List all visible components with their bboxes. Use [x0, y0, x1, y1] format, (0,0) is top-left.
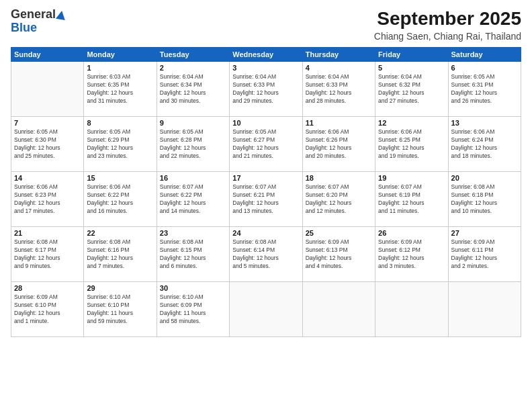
day-number: 7 — [14, 119, 81, 127]
table-row — [11, 62, 84, 117]
day-number: 17 — [232, 174, 299, 182]
logo-blue-text: Blue — [11, 21, 37, 34]
table-row — [302, 282, 375, 337]
table-row: 14Sunrise: 6:06 AM Sunset: 6:23 PM Dayli… — [11, 172, 84, 227]
day-number: 29 — [87, 284, 153, 292]
day-info: Sunrise: 6:06 AM Sunset: 6:25 PM Dayligh… — [378, 128, 445, 161]
title-block: September 2025 Chiang Saen, Chiang Rai, … — [374, 8, 521, 42]
calendar-header-row: Sunday Monday Tuesday Wednesday Thursday… — [11, 48, 521, 62]
col-thursday: Thursday — [302, 48, 375, 62]
day-info: Sunrise: 6:07 AM Sunset: 6:20 PM Dayligh… — [306, 183, 372, 216]
col-sunday: Sunday — [11, 48, 84, 62]
day-info: Sunrise: 6:08 AM Sunset: 6:14 PM Dayligh… — [232, 238, 299, 271]
calendar-week-row: 7Sunrise: 6:05 AM Sunset: 6:30 PM Daylig… — [11, 117, 521, 172]
logo-general: General — [11, 7, 56, 21]
table-row: 3Sunrise: 6:04 AM Sunset: 6:33 PM Daylig… — [230, 62, 302, 117]
day-number: 22 — [87, 229, 153, 237]
day-number: 2 — [160, 64, 226, 72]
table-row: 28Sunrise: 6:09 AM Sunset: 6:10 PM Dayli… — [11, 282, 84, 337]
day-number: 15 — [87, 174, 153, 182]
day-number: 8 — [87, 119, 153, 127]
day-info: Sunrise: 6:09 AM Sunset: 6:12 PM Dayligh… — [378, 238, 445, 271]
table-row: 21Sunrise: 6:08 AM Sunset: 6:17 PM Dayli… — [11, 227, 84, 282]
day-number: 28 — [14, 284, 81, 292]
day-number: 23 — [160, 229, 226, 237]
table-row: 5Sunrise: 6:04 AM Sunset: 6:32 PM Daylig… — [375, 62, 448, 117]
day-info: Sunrise: 6:03 AM Sunset: 6:35 PM Dayligh… — [87, 73, 153, 105]
table-row: 9Sunrise: 6:05 AM Sunset: 6:28 PM Daylig… — [157, 117, 229, 172]
day-info: Sunrise: 6:08 AM Sunset: 6:17 PM Dayligh… — [14, 238, 81, 271]
col-monday: Monday — [84, 48, 157, 62]
day-info: Sunrise: 6:09 AM Sunset: 6:10 PM Dayligh… — [14, 293, 81, 326]
table-row: 4Sunrise: 6:04 AM Sunset: 6:33 PM Daylig… — [302, 62, 375, 117]
day-number: 25 — [306, 229, 372, 237]
day-info: Sunrise: 6:09 AM Sunset: 6:11 PM Dayligh… — [451, 238, 518, 271]
logo-text: General — [11, 8, 66, 21]
day-info: Sunrise: 6:10 AM Sunset: 6:10 PM Dayligh… — [87, 293, 153, 326]
location-title: Chiang Saen, Chiang Rai, Thailand — [374, 31, 521, 42]
calendar-week-row: 21Sunrise: 6:08 AM Sunset: 6:17 PM Dayli… — [11, 227, 521, 282]
day-info: Sunrise: 6:06 AM Sunset: 6:23 PM Dayligh… — [14, 183, 81, 216]
day-info: Sunrise: 6:07 AM Sunset: 6:19 PM Dayligh… — [378, 183, 445, 216]
page: General Blue September 2025 Chiang Saen,… — [0, 0, 532, 411]
logo: General Blue — [11, 8, 66, 35]
day-number: 21 — [14, 229, 81, 237]
table-row: 10Sunrise: 6:05 AM Sunset: 6:27 PM Dayli… — [230, 117, 302, 172]
day-info: Sunrise: 6:06 AM Sunset: 6:22 PM Dayligh… — [87, 183, 153, 216]
day-number: 30 — [160, 284, 226, 292]
table-row: 30Sunrise: 6:10 AM Sunset: 6:09 PM Dayli… — [157, 282, 229, 337]
col-friday: Friday — [375, 48, 448, 62]
day-info: Sunrise: 6:04 AM Sunset: 6:32 PM Dayligh… — [378, 73, 445, 105]
day-number: 24 — [232, 229, 299, 237]
day-info: Sunrise: 6:08 AM Sunset: 6:18 PM Dayligh… — [451, 183, 518, 216]
day-number: 3 — [232, 64, 299, 72]
day-info: Sunrise: 6:08 AM Sunset: 6:15 PM Dayligh… — [160, 238, 226, 271]
logo-triangle-icon — [56, 10, 66, 20]
day-info: Sunrise: 6:08 AM Sunset: 6:16 PM Dayligh… — [87, 238, 153, 271]
calendar-table: Sunday Monday Tuesday Wednesday Thursday… — [11, 47, 521, 337]
day-number: 18 — [306, 174, 372, 182]
col-saturday: Saturday — [448, 48, 521, 62]
calendar-week-row: 14Sunrise: 6:06 AM Sunset: 6:23 PM Dayli… — [11, 172, 521, 227]
table-row — [230, 282, 302, 337]
day-info: Sunrise: 6:09 AM Sunset: 6:13 PM Dayligh… — [306, 238, 372, 271]
day-number: 19 — [378, 174, 445, 182]
table-row: 2Sunrise: 6:04 AM Sunset: 6:34 PM Daylig… — [157, 62, 229, 117]
day-number: 5 — [378, 64, 445, 72]
table-row: 13Sunrise: 6:06 AM Sunset: 6:24 PM Dayli… — [448, 117, 521, 172]
day-info: Sunrise: 6:07 AM Sunset: 6:22 PM Dayligh… — [160, 183, 226, 216]
day-info: Sunrise: 6:07 AM Sunset: 6:21 PM Dayligh… — [232, 183, 299, 216]
day-info: Sunrise: 6:05 AM Sunset: 6:29 PM Dayligh… — [87, 128, 153, 161]
day-number: 4 — [306, 64, 372, 72]
month-title: September 2025 — [374, 8, 521, 30]
table-row: 18Sunrise: 6:07 AM Sunset: 6:20 PM Dayli… — [302, 172, 375, 227]
day-number: 1 — [87, 64, 153, 72]
table-row: 24Sunrise: 6:08 AM Sunset: 6:14 PM Dayli… — [230, 227, 302, 282]
day-number: 10 — [232, 119, 299, 127]
day-info: Sunrise: 6:04 AM Sunset: 6:34 PM Dayligh… — [160, 73, 226, 105]
day-info: Sunrise: 6:05 AM Sunset: 6:28 PM Dayligh… — [160, 128, 226, 161]
table-row: 17Sunrise: 6:07 AM Sunset: 6:21 PM Dayli… — [230, 172, 302, 227]
table-row: 15Sunrise: 6:06 AM Sunset: 6:22 PM Dayli… — [84, 172, 157, 227]
table-row: 26Sunrise: 6:09 AM Sunset: 6:12 PM Dayli… — [375, 227, 448, 282]
day-info: Sunrise: 6:04 AM Sunset: 6:33 PM Dayligh… — [232, 73, 299, 105]
col-wednesday: Wednesday — [230, 48, 302, 62]
table-row: 12Sunrise: 6:06 AM Sunset: 6:25 PM Dayli… — [375, 117, 448, 172]
table-row: 27Sunrise: 6:09 AM Sunset: 6:11 PM Dayli… — [448, 227, 521, 282]
day-number: 26 — [378, 229, 445, 237]
table-row: 16Sunrise: 6:07 AM Sunset: 6:22 PM Dayli… — [157, 172, 229, 227]
day-info: Sunrise: 6:10 AM Sunset: 6:09 PM Dayligh… — [160, 293, 226, 326]
calendar-week-row: 28Sunrise: 6:09 AM Sunset: 6:10 PM Dayli… — [11, 282, 521, 337]
day-info: Sunrise: 6:06 AM Sunset: 6:24 PM Dayligh… — [451, 128, 518, 161]
table-row: 25Sunrise: 6:09 AM Sunset: 6:13 PM Dayli… — [302, 227, 375, 282]
day-number: 11 — [306, 119, 372, 127]
table-row: 29Sunrise: 6:10 AM Sunset: 6:10 PM Dayli… — [84, 282, 157, 337]
day-info: Sunrise: 6:04 AM Sunset: 6:33 PM Dayligh… — [306, 73, 372, 105]
day-number: 20 — [451, 174, 518, 182]
day-number: 6 — [451, 64, 518, 72]
table-row: 23Sunrise: 6:08 AM Sunset: 6:15 PM Dayli… — [157, 227, 229, 282]
day-number: 14 — [14, 174, 81, 182]
day-info: Sunrise: 6:05 AM Sunset: 6:31 PM Dayligh… — [451, 73, 518, 105]
day-info: Sunrise: 6:05 AM Sunset: 6:27 PM Dayligh… — [232, 128, 299, 161]
table-row — [448, 282, 521, 337]
